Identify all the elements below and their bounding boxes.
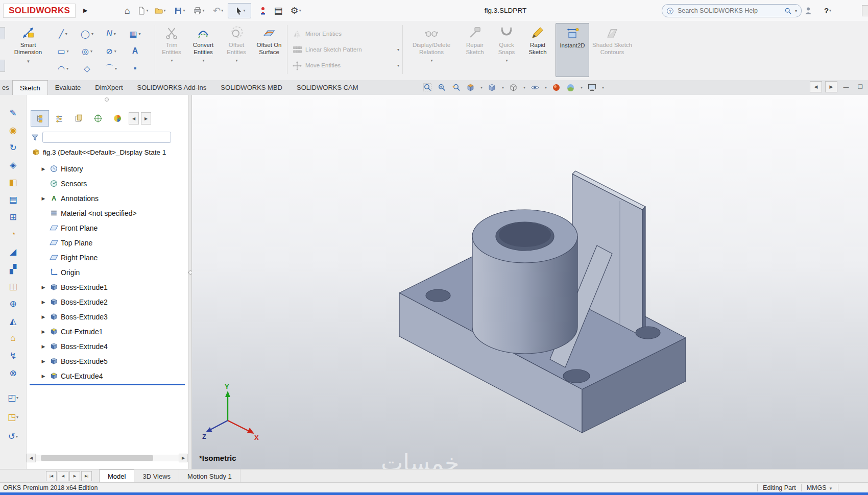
expand-arrow-icon[interactable]: ▶ [40,166,47,171]
tree-item-boss-extrude1[interactable]: ▶Boss-Extrude1 [27,280,188,294]
panel-tab-scroll-left[interactable]: ◀ [129,112,139,125]
first-tab-button[interactable]: |◀ [46,471,57,481]
display-style-icon[interactable] [509,83,518,92]
tab-solidworks-addins[interactable]: SOLIDWORKS Add-Ins [130,80,214,95]
units-selector[interactable]: MMGS ▼ [807,484,833,491]
dropdown-arrow-icon[interactable]: ▾ [795,9,797,13]
expand-arrow-icon[interactable]: ▶ [40,359,47,364]
tree-item-material[interactable]: ▶Material <not specified> [27,206,188,220]
panel-splitter-handle[interactable] [105,97,109,102]
view-settings-icon[interactable] [587,83,597,92]
tree-item-boss-extrude3[interactable]: ▶Boss-Extrude3 [27,309,188,324]
feature-tool-button[interactable]: ▤ [5,191,22,208]
tree-item-boss-extrude5[interactable]: ▶Boss-Extrude5 [27,354,188,368]
rapid-sketch-button[interactable]: Rapid Sketch [523,23,552,77]
convert-entities-button[interactable]: Convert Entities ▾ [187,23,220,77]
instant2d-button[interactable]: Instant2D [556,23,589,77]
rectangle-tool-button[interactable]: ▭▾ [51,42,75,60]
expand-arrow-icon[interactable]: ▶ [40,344,47,349]
properties-button[interactable]: ▤ [271,4,286,18]
tab-dimxpert[interactable]: DimXpert [88,80,130,95]
display-delete-relations-button[interactable]: Display/Delete Relations ▾ [405,23,457,77]
scrollbar-track[interactable] [36,455,179,461]
feature-tool-button[interactable]: ◳▾ [5,407,22,427]
tree-item-sensors[interactable]: ▶Sensors [27,176,188,191]
help-button[interactable]: ?▾ [820,4,835,18]
tree-item-origin[interactable]: ▶Origin [27,265,188,280]
smart-dimension-button[interactable]: Smart Dimension ▼ [8,23,48,77]
next-tab-button[interactable]: ▶ [69,471,80,481]
search-icon[interactable] [784,7,792,15]
tree-item-right-plane[interactable]: ▶Right Plane [27,250,188,265]
menu-expand-arrow[interactable]: ▶ [78,4,93,18]
tree-item-boss-extrude4[interactable]: ▶Boss-Extrude4 [27,339,188,354]
point-tool-button[interactable]: ▪ [123,60,147,77]
dropdown-arrow-icon[interactable]: ▾ [602,85,604,90]
edit-appearance-icon[interactable] [551,83,561,92]
offset-on-surface-button[interactable]: Offset On Surface [253,23,285,77]
expand-arrow-icon[interactable]: ▶ [40,314,47,319]
tree-item-front-plane[interactable]: ▶Front Plane [27,220,188,235]
feature-tool-button[interactable]: ✎ [5,104,22,121]
tree-item-top-plane[interactable]: ▶Top Plane [27,235,188,250]
feature-tool-button[interactable]: ⊞ [5,208,22,226]
fillet-tool-button[interactable]: ⌒▾ [99,60,123,77]
tree-root-item[interactable]: fig.3 (Default<<Default>_Display State 1 [32,148,185,157]
panel-divider[interactable] [188,95,192,469]
collapse-left-pane-button[interactable]: ◀ [810,81,822,92]
mirror-entities-button[interactable]: Mirror Entities [290,26,399,42]
tab-evaluate[interactable]: Evaluate [48,80,88,95]
tab-dimxpert-manager[interactable] [89,110,107,127]
collapse-right-pane-button[interactable]: ▶ [825,81,837,92]
tab-3d-views[interactable]: 3D Views [134,469,179,483]
scrollbar-thumb[interactable] [41,455,153,461]
expand-arrow-icon[interactable]: ▶ [40,285,47,290]
tree-item-boss-extrude2[interactable]: ▶Boss-Extrude2 [27,294,188,309]
select-tool-button[interactable]: ▾ [228,3,251,18]
options-button[interactable]: ⚙▾ [286,4,305,18]
dropdown-arrow-icon[interactable]: ▼ [27,59,31,64]
feature-tool-button[interactable]: ◔ [5,226,22,243]
pattern-tool-button[interactable]: ▦▾ [123,25,147,42]
previous-view-icon[interactable] [451,83,461,92]
expand-arrow-icon[interactable]: ▶ [40,196,47,201]
arc-tool-button[interactable]: ◠▾ [51,60,75,77]
new-document-button[interactable]: ▾ [135,4,150,18]
shaded-sketch-contours-button[interactable]: Shaded Sketch Contours [592,23,632,77]
move-entities-button[interactable]: Move Entities ▾ [290,58,399,73]
feature-tool-button[interactable]: ◰▾ [5,388,22,407]
feature-tool-button[interactable]: ◢ [5,243,22,260]
polygon-tool-button[interactable]: ◇ [75,60,99,77]
graphics-viewport[interactable]: Y X Z *Isometric خمسات [192,95,868,469]
zoom-to-area-icon[interactable] [437,83,447,92]
tree-item-cut-extrude1[interactable]: ▶Cut-Extrude1 [27,324,188,339]
tab-solidworks-cam[interactable]: SOLIDWORKS CAM [290,80,366,95]
scroll-left-button[interactable]: ◀ [27,454,36,462]
section-view-icon[interactable] [466,83,475,92]
tab-feature-tree[interactable] [31,110,49,127]
feature-tool-button[interactable]: ◈ [5,156,22,174]
view-orientation-icon[interactable] [487,83,497,92]
feature-tool-button[interactable]: ◫ [5,278,22,295]
tab-configuration-manager[interactable] [69,110,88,127]
text-tool-button[interactable]: A [123,42,147,60]
tab-sketch[interactable]: Sketch [12,80,48,95]
save-button[interactable]: ▾ [170,4,189,18]
feature-tool-button[interactable]: ⊕ [5,295,22,312]
repair-sketch-button[interactable]: Repair Sketch [460,23,490,77]
dropdown-arrow-icon[interactable]: ▾ [202,58,204,63]
minimize-document-button[interactable]: — [840,82,852,92]
previous-tab-button[interactable]: ◀ [58,471,68,481]
feature-tool-button[interactable]: ◉ [5,121,22,139]
part-model[interactable] [192,95,868,469]
tab-display-manager[interactable] [108,110,127,127]
dropdown-arrow-icon[interactable]: ▾ [581,85,583,90]
feature-tool-button[interactable]: ▞ [5,260,22,278]
expand-arrow-icon[interactable]: ▶ [40,329,47,334]
red-pawn-button[interactable] [255,4,271,18]
feature-tool-button[interactable]: ◧ [5,174,22,191]
tab-property-manager[interactable] [50,110,68,127]
tree-item-annotations[interactable]: ▶Annotations [27,191,188,206]
feature-tool-button[interactable]: ⌂ [5,330,22,347]
help-search-input[interactable] [677,7,782,15]
